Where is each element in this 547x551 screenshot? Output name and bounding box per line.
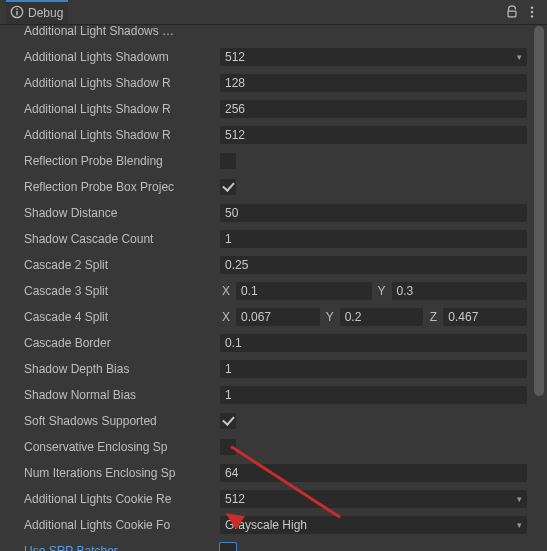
input-cascade4-z[interactable]: [443, 308, 527, 326]
label-additional-lights-shadowmap: Additional Lights Shadowm: [24, 50, 220, 64]
input-cascade-border[interactable]: [220, 334, 527, 352]
input-cascade4-y[interactable]: [340, 308, 424, 326]
checkbox-soft-shadows-supported[interactable]: [220, 413, 236, 429]
checkbox-use-srp-batcher[interactable]: [220, 543, 236, 551]
input-cascade3-y[interactable]: [392, 282, 528, 300]
label-shadow-depth-bias: Shadow Depth Bias: [24, 362, 220, 376]
axis-y-label: Y: [324, 310, 336, 324]
row-additional-lights-shadowmap: Additional Lights Shadowm 512 ▾: [0, 44, 547, 70]
info-icon: [10, 5, 24, 22]
label-reflection-probe-box: Reflection Probe Box Projec: [24, 180, 220, 194]
input-additional-lights-shadow-r1[interactable]: [220, 74, 527, 92]
label-additional-lights-cookie-fmt: Additional Lights Cookie Fo: [24, 518, 220, 532]
scrollbar-thumb[interactable]: [534, 26, 544, 396]
chevron-down-icon: ▾: [517, 520, 522, 530]
dropdown-additional-lights-cookie-res[interactable]: 512 ▾: [220, 490, 527, 508]
input-num-iterations-enclosing-sp[interactable]: [220, 464, 527, 482]
label-reflection-probe-blending: Reflection Probe Blending: [24, 154, 220, 168]
svg-rect-3: [508, 11, 516, 17]
row-reflection-probe-box: Reflection Probe Box Projec: [0, 174, 547, 200]
panel-menu-button[interactable]: [523, 3, 541, 21]
row-shadow-cascade-count: Shadow Cascade Count: [0, 226, 547, 252]
label-conservative-enclosing-sp: Conservative Enclosing Sp: [24, 440, 220, 454]
svg-rect-2: [16, 8, 17, 9]
input-shadow-cascade-count[interactable]: [220, 230, 527, 248]
inspector-body: Additional Light Shadows … Additional Li…: [0, 24, 547, 551]
debug-tab[interactable]: Debug: [6, 0, 68, 24]
label-cascade-border: Cascade Border: [24, 336, 220, 350]
row-use-srp-batcher: Use SRP Batcher: [0, 538, 547, 551]
label-shadow-cascade-count: Shadow Cascade Count: [24, 232, 220, 246]
lock-button[interactable]: [503, 3, 521, 21]
row-reflection-probe-blending: Reflection Probe Blending: [0, 148, 547, 174]
axis-x-label: X: [220, 310, 232, 324]
axis-x-label: X: [220, 284, 232, 298]
svg-point-6: [531, 15, 533, 17]
axis-z-label: Z: [427, 310, 439, 324]
svg-point-4: [531, 6, 533, 8]
row-additional-lights-shadow-r2: Additional Lights Shadow R: [0, 96, 547, 122]
label-additional-lights-shadow-r1: Additional Lights Shadow R: [24, 76, 220, 90]
row-cascade-border: Cascade Border: [0, 330, 547, 356]
checkbox-conservative-enclosing-sp[interactable]: [220, 439, 236, 455]
row-additional-light-shadows-cut: Additional Light Shadows …: [0, 24, 547, 44]
row-shadow-distance: Shadow Distance: [0, 200, 547, 226]
dropdown-value: Grayscale High: [225, 518, 307, 532]
row-cascade4-split: Cascade 4 Split X Y Z: [0, 304, 547, 330]
chevron-down-icon: ▾: [517, 52, 522, 62]
svg-rect-1: [16, 10, 17, 14]
dropdown-additional-lights-shadowmap[interactable]: 512 ▾: [220, 48, 527, 66]
row-additional-lights-shadow-r1: Additional Lights Shadow R: [0, 70, 547, 96]
input-cascade2-split[interactable]: [220, 256, 527, 274]
checkbox-reflection-probe-blending[interactable]: [220, 153, 236, 169]
row-shadow-depth-bias: Shadow Depth Bias: [0, 356, 547, 382]
label-num-iterations-enclosing-sp: Num Iterations Enclosing Sp: [24, 466, 220, 480]
input-additional-lights-shadow-r2[interactable]: [220, 100, 527, 118]
row-cascade3-split: Cascade 3 Split X Y: [0, 278, 547, 304]
axis-y-label: Y: [376, 284, 388, 298]
label-cascade2-split: Cascade 2 Split: [24, 258, 220, 272]
chevron-down-icon: ▾: [517, 494, 522, 504]
input-shadow-normal-bias[interactable]: [220, 386, 527, 404]
row-num-iterations-enclosing-sp: Num Iterations Enclosing Sp: [0, 460, 547, 486]
label-soft-shadows-supported: Soft Shadows Supported: [24, 414, 220, 428]
label-use-srp-batcher: Use SRP Batcher: [24, 544, 220, 551]
input-cascade4-x[interactable]: [236, 308, 320, 326]
label-cascade4-split: Cascade 4 Split: [24, 310, 220, 324]
dropdown-additional-lights-cookie-fmt[interactable]: Grayscale High ▾: [220, 516, 527, 534]
row-additional-lights-cookie-fmt: Additional Lights Cookie Fo Grayscale Hi…: [0, 512, 547, 538]
scrollbar-vertical[interactable]: [533, 26, 545, 549]
label-cascade3-split: Cascade 3 Split: [24, 284, 220, 298]
row-soft-shadows-supported: Soft Shadows Supported: [0, 408, 547, 434]
label-shadow-distance: Shadow Distance: [24, 206, 220, 220]
label-additional-lights-cookie-res: Additional Lights Cookie Re: [24, 492, 220, 506]
input-shadow-depth-bias[interactable]: [220, 360, 527, 378]
dropdown-value: 512: [225, 50, 245, 64]
panel-header: Debug: [0, 0, 547, 25]
row-additional-lights-cookie-res: Additional Lights Cookie Re 512 ▾: [0, 486, 547, 512]
svg-point-5: [531, 11, 533, 13]
label-additional-lights-shadow-r2: Additional Lights Shadow R: [24, 102, 220, 116]
input-shadow-distance[interactable]: [220, 204, 527, 222]
row-additional-lights-shadow-r3: Additional Lights Shadow R: [0, 122, 547, 148]
checkbox-reflection-probe-box[interactable]: [220, 179, 236, 195]
input-cascade3-x[interactable]: [236, 282, 372, 300]
row-conservative-enclosing-sp: Conservative Enclosing Sp: [0, 434, 547, 460]
row-shadow-normal-bias: Shadow Normal Bias: [0, 382, 547, 408]
input-additional-lights-shadow-r3[interactable]: [220, 126, 527, 144]
label-additional-lights-shadow-r3: Additional Lights Shadow R: [24, 128, 220, 142]
label-shadow-normal-bias: Shadow Normal Bias: [24, 388, 220, 402]
label-additional-light-shadows-cut: Additional Light Shadows …: [24, 24, 220, 38]
tab-title: Debug: [28, 6, 63, 20]
row-cascade2-split: Cascade 2 Split: [0, 252, 547, 278]
dropdown-value: 512: [225, 492, 245, 506]
